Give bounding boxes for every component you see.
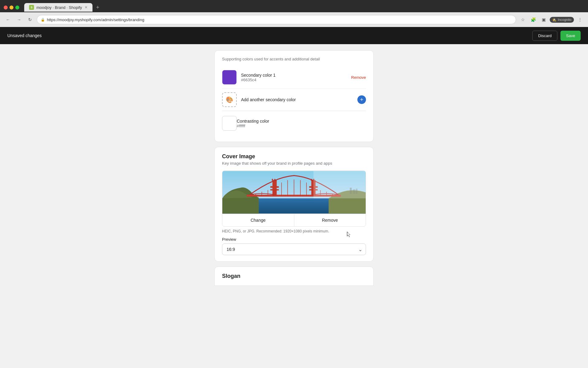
secondary-color-1-row: Secondary color 1 #6635c4 Remove [222,66,366,89]
cover-image-subtitle: Key image that shows off your brand in p… [215,161,373,171]
secondary-color-1-info: Secondary color 1 #6635c4 [241,73,351,82]
tab-label: moodjoy · Brand · Shopify [36,5,82,10]
slogan-title: Slogan [222,273,366,279]
incognito-badge: 🕵️ Incognito [550,17,574,23]
contrasting-color-info: Contrasting color #ffffff [237,119,366,128]
bridge-image [222,171,366,214]
colors-card: Supporting colors used for accents and a… [214,50,374,142]
browser-chrome: S moodjoy · Brand · Shopify ✕ + ← → ↻ 🔒 … [0,0,588,27]
active-tab[interactable]: S moodjoy · Brand · Shopify ✕ [24,3,92,12]
contrasting-color-name: Contrasting color [237,119,366,124]
preview-ratio-select[interactable]: 16:9 4:3 1:1 [222,243,366,255]
contrasting-color-swatch[interactable] [222,116,237,131]
lock-icon: 🔒 [41,18,45,22]
preview-select-wrapper: 16:9 4:3 1:1 ⌄ [222,243,366,255]
url-text: https://moodjoy.myshopify.com/admin/sett… [47,17,144,22]
add-secondary-color-label: Add another secondary color [241,97,357,102]
svg-rect-5 [270,186,279,188]
add-secondary-color-row[interactable]: 🎨 Add another secondary color + [222,89,366,111]
unsaved-changes-title: Unsaved changes [7,33,532,38]
plus-icon: + [360,97,364,102]
new-tab-button[interactable]: + [94,3,102,12]
secondary-color-1-swatch[interactable] [222,70,237,85]
contrasting-color-row: Contrasting color #ffffff [222,111,366,136]
unsaved-actions: Discard Save [532,31,581,41]
svg-rect-4 [273,180,277,196]
palette-icon: 🎨 [226,96,233,103]
close-window-button[interactable] [4,6,8,10]
svg-rect-25 [313,171,366,198]
traffic-lights [4,6,19,10]
maximize-window-button[interactable] [15,6,19,10]
discard-button[interactable]: Discard [532,31,557,41]
main-content: Supporting colors used for accents and a… [0,44,588,368]
svg-rect-28 [356,189,357,194]
cover-image-actions: Change Remove [222,214,366,226]
tab-bar: S moodjoy · Brand · Shopify ✕ + [0,0,588,12]
contrasting-color-hex: #ffffff [237,124,366,128]
address-bar[interactable]: 🔒 https://moodjoy.myshopify.com/admin/se… [37,15,516,24]
supporting-colors-text: Supporting colors used for accents and a… [222,57,366,61]
remove-cover-image-button[interactable]: Remove [294,214,366,226]
cover-image-card: Cover Image Key image that shows off you… [214,147,374,262]
secondary-color-1-name: Secondary color 1 [241,73,351,78]
svg-rect-26 [350,188,352,194]
cover-image-title: Cover Image [215,147,373,161]
sidebar-button[interactable]: ▣ [539,15,548,24]
tab-close-button[interactable]: ✕ [85,5,88,10]
nav-bar: ← → ↻ 🔒 https://moodjoy.myshopify.com/ad… [0,12,588,27]
add-secondary-color-plus-button[interactable]: + [357,95,366,104]
back-button[interactable]: ← [4,15,12,24]
svg-rect-7 [272,179,273,181]
file-hint-text: HEIC, PNG, or JPG. Recommended: 1920×108… [215,227,373,233]
cover-image-display [222,171,366,214]
slogan-section: Slogan [214,266,374,286]
browser-menu-button[interactable]: ⋮ [576,15,584,24]
tab-favicon: S [29,5,34,10]
svg-rect-27 [353,189,355,194]
svg-rect-6 [270,189,279,190]
bookmark-button[interactable]: ☆ [518,15,527,24]
nav-right-icons: ☆ 🧩 ▣ 🕵️ Incognito ⋮ [518,15,584,24]
forward-button[interactable]: → [15,15,23,24]
back-icon: ← [6,17,10,22]
colors-section: Supporting colors used for accents and a… [215,51,373,142]
extensions-button[interactable]: 🧩 [529,15,537,24]
unsaved-changes-bar: Unsaved changes Discard Save [0,27,588,44]
save-button[interactable]: Save [560,31,581,41]
remove-secondary-color-1-button[interactable]: Remove [351,75,366,80]
add-color-icon-box: 🎨 [222,92,237,107]
forward-icon: → [17,17,21,22]
reload-button[interactable]: ↻ [26,15,34,24]
incognito-label: Incognito [558,18,571,21]
cover-image-container: Change Remove [222,171,366,227]
incognito-icon: 🕵️ [552,18,556,22]
preview-label: Preview [215,233,373,243]
minimize-window-button[interactable] [9,6,13,10]
change-cover-image-button[interactable]: Change [222,214,294,226]
secondary-color-1-hex: #6635c4 [241,78,351,82]
reload-icon: ↻ [28,17,32,22]
content-column: Supporting colors used for accents and a… [214,50,374,362]
